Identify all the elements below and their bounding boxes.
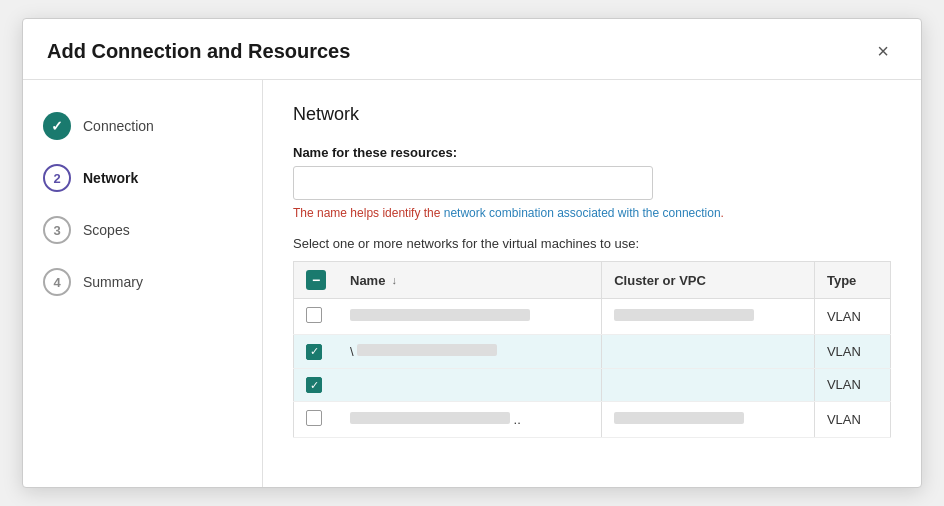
step-label-scopes: Scopes — [83, 222, 130, 238]
row-checkbox-cell — [294, 299, 339, 335]
name-placeholder — [350, 309, 530, 321]
row-vpc-cell — [602, 299, 815, 335]
table-header-row: − Name ↓ Cluster or VPC Type — [294, 262, 891, 299]
helper-text: The name helps identify the network comb… — [293, 206, 891, 220]
helper-text-link: network combination associated with the … — [444, 206, 721, 220]
sidebar-item-summary[interactable]: 4Summary — [23, 256, 262, 308]
row-vpc-cell — [602, 368, 815, 402]
row-name-cell: .. — [338, 402, 602, 438]
th-vpc: Cluster or VPC — [602, 262, 815, 299]
row-vpc-cell — [602, 335, 815, 369]
vpc-placeholder — [614, 309, 754, 321]
table-row: ✓\ VLAN — [294, 335, 891, 369]
name-suffix: .. — [510, 412, 521, 427]
step-circle-network: 2 — [43, 164, 71, 192]
add-connection-dialog: Add Connection and Resources × ✓Connecti… — [22, 18, 922, 488]
step-circle-summary: 4 — [43, 268, 71, 296]
section-title: Network — [293, 104, 891, 125]
row-name-cell: \ — [338, 335, 602, 369]
row-type-cell: VLAN — [814, 299, 890, 335]
row-vpc-cell — [602, 402, 815, 438]
select-all-button[interactable]: − — [306, 270, 326, 290]
network-table: − Name ↓ Cluster or VPC Type VLAN✓\ VL — [293, 261, 891, 438]
name-prefix: \ — [350, 344, 357, 359]
sidebar-item-scopes[interactable]: 3Scopes — [23, 204, 262, 256]
name-placeholder — [350, 412, 510, 424]
table-row: VLAN — [294, 299, 891, 335]
dialog-header: Add Connection and Resources × — [23, 19, 921, 80]
step-label-network: Network — [83, 170, 138, 186]
name-placeholder — [357, 344, 497, 356]
dialog-title: Add Connection and Resources — [47, 40, 350, 63]
sidebar: ✓Connection2Network3Scopes4Summary — [23, 80, 263, 487]
sort-icon: ↓ — [391, 274, 397, 286]
row-checkbox-cell: ✓ — [294, 335, 339, 369]
table-row: ✓VLAN — [294, 368, 891, 402]
checkbox-unchecked[interactable] — [306, 307, 322, 323]
network-select-label: Select one or more networks for the virt… — [293, 236, 891, 251]
row-checkbox-cell: ✓ — [294, 368, 339, 402]
sidebar-item-network[interactable]: 2Network — [23, 152, 262, 204]
step-label-summary: Summary — [83, 274, 143, 290]
name-input[interactable] — [293, 166, 653, 200]
dialog-body: ✓Connection2Network3Scopes4Summary Netwo… — [23, 80, 921, 487]
row-checkbox-cell — [294, 402, 339, 438]
th-type: Type — [814, 262, 890, 299]
name-field-label: Name for these resources: — [293, 145, 891, 160]
close-button[interactable]: × — [869, 37, 897, 65]
main-content: Network Name for these resources: The na… — [263, 80, 921, 487]
row-name-cell — [338, 368, 602, 402]
checkbox-checked[interactable]: ✓ — [306, 344, 322, 360]
row-type-cell: VLAN — [814, 368, 890, 402]
row-type-cell: VLAN — [814, 402, 890, 438]
th-checkbox: − — [294, 262, 339, 299]
step-circle-connection: ✓ — [43, 112, 71, 140]
checkbox-unchecked[interactable] — [306, 410, 322, 426]
checkbox-checked[interactable]: ✓ — [306, 377, 322, 393]
sidebar-item-connection[interactable]: ✓Connection — [23, 100, 262, 152]
check-icon: ✓ — [51, 118, 63, 134]
step-label-connection: Connection — [83, 118, 154, 134]
th-name: Name ↓ — [338, 262, 602, 299]
vpc-placeholder — [614, 412, 744, 424]
table-row: ..VLAN — [294, 402, 891, 438]
row-type-cell: VLAN — [814, 335, 890, 369]
step-circle-scopes: 3 — [43, 216, 71, 244]
row-name-cell — [338, 299, 602, 335]
th-name-label: Name — [350, 273, 385, 288]
network-table-body: VLAN✓\ VLAN✓VLAN ..VLAN — [294, 299, 891, 438]
